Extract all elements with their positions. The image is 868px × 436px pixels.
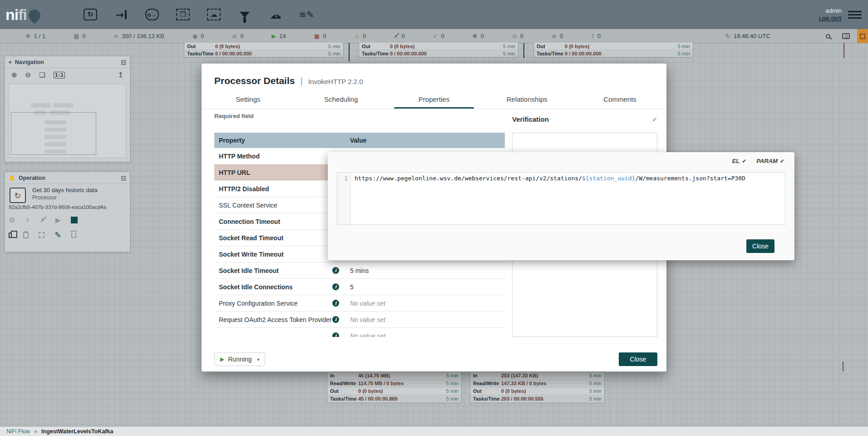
property-value-editor[interactable]: 1 https://www.pegelonline.wsv.de/webserv…	[337, 172, 785, 225]
refresh-time: 16:46:40 UTC	[734, 33, 770, 40]
refresh-icon[interactable]: ↻	[725, 33, 730, 40]
nifi-logo: nifi	[5, 6, 74, 24]
group-icon[interactable]	[39, 232, 44, 238]
status-invalid: ⚠0	[354, 33, 366, 40]
last-refresh[interactable]: ↻16:46:40 UTC	[725, 33, 770, 40]
birdseye-minimap[interactable]	[9, 84, 126, 158]
editor-close-button[interactable]: Close	[746, 239, 774, 253]
play-icon: ▶	[271, 33, 276, 40]
table-row[interactable]: Socket Idle Connectionsi5	[214, 279, 505, 295]
info-icon[interactable]: i	[332, 316, 339, 323]
zoom-in-icon[interactable]: ⊕	[11, 71, 17, 79]
disable-bolt-icon[interactable]: ⚡	[40, 216, 45, 224]
http-url-value[interactable]: https://www.pegelonline.wsv.de/webservic…	[351, 173, 749, 224]
input-port-drag-icon[interactable]: →	[113, 6, 130, 23]
status-queued: ≡350 / 336.13 KB	[113, 33, 164, 40]
operation-panel: ✋Operation⊟ ↻ Get 30 days historic data …	[5, 172, 130, 252]
status-not-transmitting: ⊘0	[232, 33, 243, 40]
processor-stats[interactable]: In45 (14.75 MB)5 min Read/Write114.75 MB…	[327, 372, 462, 403]
navigation-panel: ⌖Navigation⊟ ⊕ ⊖ ❏ 1:1 ↥	[5, 56, 130, 162]
connection-line	[349, 43, 350, 61]
status-bar: ❖1 / 1 ▦0 ≡350 / 336.13 KB ◉0 ⊘0 ▶14 ■0 …	[0, 29, 868, 43]
tab-relationships[interactable]: Relationships	[480, 90, 573, 109]
tab-comments[interactable]: Comments	[573, 90, 666, 109]
delete-trash-icon[interactable]	[71, 233, 76, 238]
bulletin-indicator[interactable]	[857, 29, 868, 43]
tab-scheduling[interactable]: Scheduling	[295, 90, 388, 109]
start-play-icon[interactable]: ▶	[55, 216, 61, 224]
dialog-tabs: Settings Scheduling Properties Relations…	[202, 90, 666, 109]
dialog-title-row: Processor Details | InvokeHTTP 2.2.0	[214, 75, 363, 86]
output-port-drag-icon[interactable]: o→	[143, 6, 161, 23]
logout-link[interactable]: LOG OUT	[819, 16, 842, 21]
label-drag-icon[interactable]: ≡✎	[298, 6, 315, 23]
collapse-icon[interactable]: ⊟	[121, 174, 126, 182]
operation-title: Operation	[19, 175, 45, 181]
status-disabled: ⚡0	[394, 33, 404, 40]
table-row[interactable]: iNo value set	[214, 328, 505, 337]
disabled-bolt-icon: ⚡	[394, 33, 398, 40]
stale-icon: ⊙	[512, 33, 517, 40]
tab-properties[interactable]: Properties	[388, 90, 481, 109]
collapse-icon[interactable]: ⊟	[121, 59, 126, 66]
processor-stats[interactable]: Out0 (0 bytes)5 min Tasks/Time0 / 00:00:…	[184, 43, 344, 58]
zoom-actual-icon[interactable]: 1:1	[54, 72, 65, 79]
breadcrumb-root-link[interactable]: NiFi Flow	[6, 428, 30, 435]
processor-stats[interactable]: In203 (147.33 KB)5 min Read/Write147.33 …	[470, 372, 605, 403]
table-row[interactable]: Proxy Configuration ServiceiNo value set	[214, 295, 505, 312]
dialog-close-button[interactable]: Close	[619, 352, 657, 366]
el-open-brace: ${	[582, 175, 589, 182]
zoom-fit-icon[interactable]: ❏	[39, 71, 45, 79]
stop-icon[interactable]	[71, 217, 78, 223]
info-icon[interactable]: i	[332, 300, 339, 307]
droplet-icon	[26, 7, 43, 24]
global-menu-button[interactable]	[848, 8, 862, 21]
info-icon[interactable]: i	[332, 283, 339, 290]
table-row[interactable]: Request OAuth2 Access Token ProvideriNo …	[214, 312, 505, 328]
processor-stats[interactable]: Out0 (0 bytes)5 min Tasks/Time0 / 00:00:…	[359, 43, 518, 58]
el-check-icon: ✔	[742, 158, 746, 164]
funnel-drag-icon[interactable]	[236, 6, 253, 23]
check-icon: ✓	[433, 33, 438, 40]
breadcrumb-current: IngestWaterLevelsToKafka	[41, 428, 113, 435]
enable-bolt-icon[interactable]: ⚡	[25, 216, 30, 224]
processor-stats[interactable]: Out0 (0 bytes)5 min Tasks/Time0 / 00:00:…	[533, 43, 693, 58]
operate-icon: ✋	[9, 175, 15, 181]
connection-line	[843, 362, 843, 372]
viewport-rect[interactable]	[11, 112, 96, 155]
processor-drag-icon[interactable]: ↻	[82, 6, 99, 23]
cloud-download-icon[interactable]: ☁↓	[267, 6, 284, 23]
leave-group-icon[interactable]: ↥	[118, 71, 123, 79]
verify-check-icon[interactable]: ✔	[652, 116, 657, 123]
paste-icon[interactable]	[23, 232, 29, 238]
status-up-to-date: ✓0	[433, 33, 444, 40]
app-header: nifi ↻ → o→ ❐ ☁ ☁↓ ≡✎ admin LOG OUT	[0, 0, 868, 29]
configure-gear-icon[interactable]: ⚙	[9, 216, 15, 224]
run-status-dropdown[interactable]: ▶ Running ▾	[214, 352, 265, 366]
selected-component-type: Processor	[32, 194, 126, 201]
remote-process-group-drag-icon[interactable]: ☁	[205, 6, 222, 23]
camera-icon[interactable]	[842, 33, 850, 39]
required-field-label: Required field	[214, 113, 254, 119]
navigation-title: Navigation	[15, 59, 44, 65]
status-active-threads: ▦0	[74, 33, 86, 40]
asterisk-icon: ✱	[473, 33, 478, 40]
question-icon: ?	[591, 33, 594, 40]
selected-component-name: Get 30 days historic data	[32, 187, 126, 193]
search-icon[interactable]	[826, 34, 830, 39]
bulletin-icon	[860, 34, 865, 39]
selected-component-id: 92a2cfb5-407b-337d-8606-eaca100acd4a	[9, 204, 126, 210]
copy-icon[interactable]	[9, 233, 13, 238]
color-brush-icon[interactable]: ✎	[54, 230, 61, 240]
zoom-out-icon[interactable]: ⊖	[25, 71, 31, 79]
status-sync-failure: ?0	[591, 33, 601, 40]
info-icon[interactable]: i	[332, 267, 339, 274]
table-row[interactable]: Socket Idle Timeouti5 mins	[214, 263, 505, 279]
param-supported-badge: PARAM✔	[756, 158, 784, 164]
info-icon[interactable]: i	[332, 332, 339, 337]
param-check-icon: ✔	[780, 158, 784, 164]
value-column-header: Value	[343, 137, 505, 144]
list-icon: ≡	[113, 33, 118, 40]
process-group-drag-icon[interactable]: ❐	[174, 6, 192, 23]
tab-settings[interactable]: Settings	[202, 90, 295, 109]
